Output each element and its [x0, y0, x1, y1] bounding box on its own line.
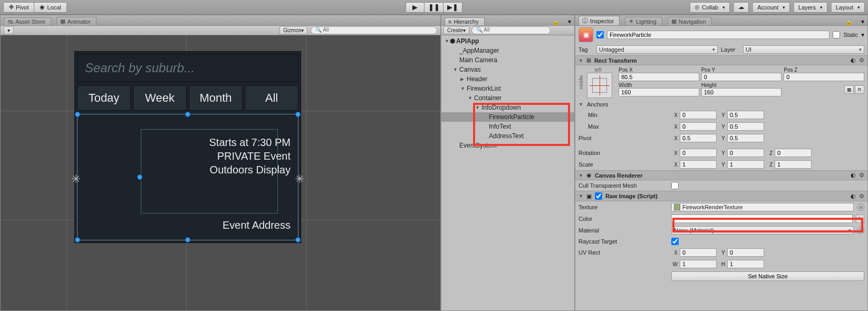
- tab-asset-store[interactable]: 🛍 Asset Store: [4, 17, 51, 25]
- tree-row-maincamera[interactable]: Main Camera: [441, 55, 574, 65]
- scene-2d-dropdown[interactable]: ▾: [4, 26, 14, 34]
- inspector-lock-icon[interactable]: 🔒: [845, 18, 853, 25]
- tree-row-appmanager[interactable]: _AppManager: [441, 46, 574, 55]
- uv-y-field[interactable]: [727, 248, 764, 257]
- sel-handle-bl[interactable]: [75, 237, 80, 242]
- app-tab-week[interactable]: Week: [133, 85, 187, 111]
- cloud-button[interactable]: ☁: [734, 2, 749, 13]
- gameobject-active-checkbox[interactable]: [596, 31, 604, 38]
- sel-handle-tc[interactable]: [185, 112, 190, 117]
- raycast-checkbox[interactable]: [671, 238, 679, 245]
- tree-row-eventsystem[interactable]: EventSystem: [441, 141, 574, 150]
- blueprint-mode-button[interactable]: ▦: [844, 85, 854, 94]
- gear-icon[interactable]: ⚙: [859, 193, 864, 200]
- anchor-preset-button[interactable]: [587, 73, 612, 98]
- uv-h-field[interactable]: [727, 260, 764, 268]
- min-y-field[interactable]: [727, 111, 764, 119]
- static-dropdown-icon[interactable]: ▾: [861, 31, 864, 38]
- max-x-field[interactable]: [680, 122, 717, 131]
- cull-checkbox[interactable]: [671, 182, 679, 189]
- gear-icon[interactable]: ⚙: [859, 57, 864, 64]
- pivot-x-field[interactable]: [680, 134, 717, 142]
- eyedropper-icon[interactable]: ✎: [856, 215, 864, 223]
- play-button[interactable]: ▶: [406, 2, 425, 13]
- gear-icon[interactable]: ⚙: [859, 172, 864, 179]
- hierarchy-search[interactable]: 🔍 All: [471, 26, 551, 34]
- object-picker-icon[interactable]: ⊙: [857, 227, 864, 234]
- uv-x-field[interactable]: [680, 248, 717, 257]
- layers-dropdown[interactable]: Layers: [794, 2, 827, 13]
- set-native-size-button[interactable]: Set Native Size: [671, 271, 864, 281]
- rot-y-field[interactable]: [727, 149, 764, 157]
- scl-y-field[interactable]: [727, 160, 764, 169]
- app-tab-today[interactable]: Today: [77, 85, 131, 111]
- sel-handle-tr[interactable]: [295, 112, 301, 117]
- tree-row-header[interactable]: ▶Header: [441, 74, 574, 84]
- material-field[interactable]: None (Material): [671, 226, 854, 235]
- tree-row-addresstext[interactable]: AddressText: [441, 131, 574, 141]
- gizmos-dropdown[interactable]: Gizmos ▾: [279, 26, 307, 34]
- rect-transform-header[interactable]: ▼⊞ Rect Transform ◐ ⚙: [575, 55, 867, 65]
- local-button[interactable]: ◉ Local: [34, 2, 66, 13]
- sel-handle-bc[interactable]: [185, 237, 190, 242]
- rot-x-field[interactable]: [680, 149, 717, 157]
- app-tab-all[interactable]: All: [245, 85, 298, 111]
- tree-row-fireworkparticle[interactable]: FireworkParticle: [441, 112, 574, 122]
- sel-handle-tl[interactable]: [75, 112, 80, 117]
- posz-field[interactable]: [784, 73, 864, 81]
- sel-handle-center[interactable]: [137, 174, 142, 180]
- tree-row-fireworklist[interactable]: ▼FireworkList: [441, 84, 574, 93]
- uv-w-field[interactable]: [680, 260, 717, 268]
- tab-animator[interactable]: ▦ Animator: [56, 17, 97, 25]
- rot-z-field[interactable]: [775, 149, 812, 157]
- width-field[interactable]: [619, 88, 699, 96]
- texture-field[interactable]: FireworkRenderTexture: [671, 203, 854, 211]
- pivot-button[interactable]: ✥ Pivot: [3, 2, 34, 13]
- canvas-renderer-header[interactable]: ▼◉ Canvas Renderer ◐⚙: [575, 170, 867, 180]
- app-tab-month[interactable]: Month: [189, 85, 243, 111]
- gameobject-name-field[interactable]: [607, 31, 830, 39]
- scl-z-field[interactable]: [775, 160, 812, 169]
- raw-image-header[interactable]: ▼▣ Raw Image (Script) ◐⚙: [575, 191, 867, 201]
- lock-icon[interactable]: 🔒: [552, 18, 560, 25]
- tab-lighting[interactable]: ☀ Lighting: [625, 17, 662, 25]
- scl-x-field[interactable]: [680, 160, 717, 169]
- scene-search[interactable]: 🔍 All: [311, 26, 437, 34]
- tab-inspector[interactable]: ⓘ Inspector: [578, 16, 620, 25]
- inspector-menu-icon[interactable]: ▾: [858, 18, 867, 25]
- pivot-y-field[interactable]: [727, 134, 764, 142]
- help-icon[interactable]: ◐: [851, 57, 856, 64]
- max-y-field[interactable]: [727, 122, 764, 131]
- static-checkbox[interactable]: [833, 31, 840, 38]
- tab-navigation[interactable]: ▦ Navigation: [668, 17, 712, 25]
- layout-dropdown[interactable]: Layout: [832, 2, 865, 13]
- tab-hierarchy[interactable]: ≡ Hierarchy: [445, 17, 485, 25]
- account-dropdown[interactable]: Account: [753, 2, 790, 13]
- event-card[interactable]: Starts at 7:30 PM PRIVATE Event Outdoors…: [77, 114, 298, 240]
- pause-button[interactable]: ❚❚: [425, 2, 443, 13]
- step-button[interactable]: ▶❚: [443, 2, 462, 13]
- sel-handle-br[interactable]: [295, 237, 301, 242]
- collab-dropdown[interactable]: ◎ Collab: [690, 2, 730, 13]
- color-field[interactable]: [671, 215, 853, 223]
- scene-viewport[interactable]: Search by suburb... Today Week Month All…: [1, 35, 440, 310]
- raw-image-enabled-checkbox[interactable]: [595, 192, 602, 200]
- app-search-field[interactable]: Search by suburb...: [77, 54, 298, 82]
- posy-field[interactable]: [701, 73, 782, 81]
- posx-field[interactable]: [619, 73, 699, 81]
- tree-row-container[interactable]: ▼Container: [441, 93, 574, 103]
- object-picker-icon[interactable]: ⊙: [857, 203, 864, 211]
- help-icon[interactable]: ◐: [851, 172, 856, 179]
- min-x-field[interactable]: [680, 111, 717, 119]
- tree-row-apiapp[interactable]: ▼⬢APIApp: [441, 36, 574, 46]
- height-field[interactable]: [701, 88, 782, 96]
- raw-edit-button[interactable]: R: [855, 85, 864, 94]
- help-icon[interactable]: ◐: [851, 193, 856, 200]
- tree-row-infotext[interactable]: InfoText: [441, 122, 574, 131]
- tree-row-infodropdown[interactable]: ▼InfoDropdown: [441, 103, 574, 112]
- panel-menu-icon[interactable]: ▾: [565, 18, 574, 25]
- create-dropdown[interactable]: Create ▾: [443, 26, 469, 34]
- layer-dropdown[interactable]: UI: [743, 45, 864, 54]
- tree-row-canvas[interactable]: ▼Canvas: [441, 65, 574, 74]
- tag-dropdown[interactable]: Untagged: [596, 45, 718, 54]
